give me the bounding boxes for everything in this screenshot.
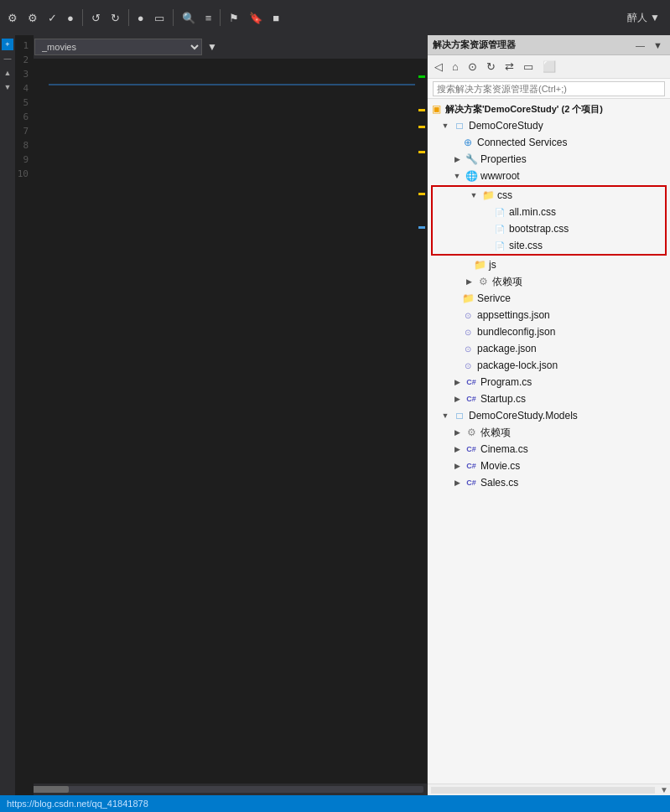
- package-json-label: package.json: [477, 343, 537, 354]
- toggle-dep2[interactable]: ▶: [451, 428, 463, 437]
- tree-item-solution[interactable]: ▣ 解决方案'DemoCoreStudy' (2 个项目): [428, 101, 670, 117]
- toolbar-btn-check[interactable]: ✓: [44, 10, 61, 26]
- site-css-icon: 📄: [493, 239, 506, 252]
- tree-item-package-json[interactable]: ⊙ package.json: [428, 340, 670, 357]
- se-scroll-down-btn[interactable]: ▼: [658, 784, 670, 796]
- vt-btn-active[interactable]: +: [2, 39, 13, 50]
- toolbar-sep-3: [173, 9, 174, 26]
- startup-cs-label: Startup.cs: [480, 393, 526, 405]
- sales-cs-icon: C#: [465, 476, 478, 489]
- startup-cs-icon: C#: [465, 392, 478, 406]
- toggle-cinema-cs[interactable]: ▶: [451, 445, 463, 453]
- vt-btn-2[interactable]: ▲: [2, 67, 13, 79]
- selection-indicator: [49, 84, 415, 85]
- toolbar-btn-flag[interactable]: ⚑: [225, 10, 243, 26]
- se-hscrollbar[interactable]: [431, 787, 655, 794]
- toolbar-btn-dot[interactable]: ●: [133, 10, 148, 26]
- toolbar-btn-2[interactable]: ⚙: [23, 10, 42, 26]
- properties-icon: 🔧: [465, 153, 478, 166]
- toolbar-btn-menu[interactable]: ≡: [201, 10, 216, 26]
- js-folder-icon: 📁: [473, 258, 486, 272]
- tree-item-sales-cs[interactable]: ▶ C# Sales.cs: [428, 474, 670, 491]
- tree-item-cinema-cs[interactable]: ▶ C# Cinema.cs: [428, 441, 670, 458]
- vt-btn-3[interactable]: ▼: [2, 81, 13, 93]
- tree-item-wwwroot[interactable]: ▼ 🌐 wwwroot: [428, 168, 670, 184]
- dep1-icon: ⚙: [476, 275, 490, 288]
- tree-item-serivce[interactable]: 📁 Serivce: [428, 290, 670, 307]
- appsettings-icon: ⊙: [461, 308, 475, 322]
- se-tb-copy[interactable]: ⬜: [539, 59, 559, 75]
- h-scrollbar[interactable]: [18, 786, 423, 793]
- se-pin-btn[interactable]: —: [633, 39, 647, 51]
- line-3: 3: [15, 67, 29, 81]
- toggle-sales-cs[interactable]: ▶: [451, 478, 463, 487]
- editor-area: 1 2 3 4 5 6 7 8 9 10: [15, 59, 427, 784]
- toggle-css[interactable]: ▼: [468, 191, 480, 199]
- toolbar-btn-1[interactable]: ⚙: [3, 10, 22, 26]
- tree-item-dep2[interactable]: ▶ ⚙ 依赖项: [428, 424, 670, 441]
- scroll-mark-1: [418, 109, 425, 111]
- tree-item-bundleconfig[interactable]: ⊙ bundleconfig.json: [428, 323, 670, 340]
- toolbar-btn-run[interactable]: ●: [63, 10, 78, 26]
- tree-item-site-css[interactable]: 📄 site.css: [433, 237, 665, 254]
- line-5: 5: [15, 96, 29, 110]
- solution-icon: ▣: [429, 102, 443, 116]
- toggle-project1[interactable]: ▼: [439, 122, 451, 130]
- se-tb-filter[interactable]: ▭: [520, 59, 537, 75]
- program-cs-icon: C#: [465, 375, 478, 389]
- solution-label: 解决方案'DemoCoreStudy' (2 个项目): [445, 103, 603, 116]
- toolbar-btn-rect[interactable]: ▭: [150, 10, 169, 26]
- toolbar-btn-undo[interactable]: ↺: [87, 10, 105, 26]
- tree-item-dep1[interactable]: ▶ ⚙ 依赖项: [428, 273, 670, 290]
- toolbar-sep-2: [128, 9, 129, 26]
- se-close-btn[interactable]: ▼: [651, 39, 665, 51]
- cinema-cs-label: Cinema.cs: [480, 443, 528, 455]
- scroll-mark-3: [418, 151, 425, 153]
- toggle-dep1[interactable]: ▶: [463, 277, 475, 286]
- line-numbers: 1 2 3 4 5 6 7 8 9 10: [15, 59, 34, 784]
- tree-item-all-min-css[interactable]: 📄 all.min.css: [433, 204, 665, 220]
- toggle-properties[interactable]: ▶: [451, 155, 463, 163]
- lt-btn-dropdown[interactable]: ▼: [204, 39, 221, 54]
- line-2: 2: [15, 59, 29, 67]
- tree-item-project2[interactable]: ▼ □ DemoCoreStudy.Models: [428, 407, 670, 424]
- toolbar-btn-bookmark[interactable]: 🔖: [245, 10, 267, 26]
- se-tb-back[interactable]: ◁: [431, 59, 446, 75]
- toolbar-btn-stop[interactable]: ■: [268, 10, 283, 26]
- se-tb-sync[interactable]: ⊙: [465, 59, 480, 75]
- se-tb-home[interactable]: ⌂: [449, 59, 462, 75]
- css-folder-label: css: [497, 189, 512, 201]
- user-label: 醉人 ▼: [627, 11, 667, 25]
- scroll-gutter: [415, 59, 427, 784]
- se-search-bar: [428, 79, 670, 99]
- tree-item-bootstrap-css[interactable]: 📄 bootstrap.css: [433, 220, 665, 237]
- toggle-project2[interactable]: ▼: [439, 411, 451, 420]
- tree-item-properties[interactable]: ▶ 🔧 Properties: [428, 151, 670, 168]
- tree-item-appsettings[interactable]: ⊙ appsettings.json: [428, 307, 670, 323]
- css-folder-icon: 📁: [481, 189, 495, 202]
- toolbar-btn-search[interactable]: 🔍: [178, 10, 200, 26]
- scroll-mark-2: [418, 126, 425, 128]
- toggle-movie-cs[interactable]: ▶: [451, 462, 463, 470]
- toolbar-btn-redo[interactable]: ↻: [106, 10, 124, 26]
- se-search-input[interactable]: [433, 81, 665, 96]
- tree-item-connected[interactable]: ⊕ Connected Services: [428, 134, 670, 151]
- dropdown-movies[interactable]: _movies: [34, 39, 202, 55]
- tree-item-program-cs[interactable]: ▶ C# Program.cs: [428, 374, 670, 390]
- toggle-wwwroot[interactable]: ▼: [451, 172, 463, 180]
- bottom-bar: https://blog.csdn.net/qq_41841878: [0, 795, 670, 812]
- editor-text-area[interactable]: [49, 59, 427, 784]
- tree-item-project1[interactable]: ▼ □ DemoCoreStudy: [428, 117, 670, 134]
- css-highlight-box: ▼ 📁 css 📄 all.min.css 📄 bootstrap.css: [431, 185, 667, 256]
- tree-item-package-lock[interactable]: ⊙ package-lock.json: [428, 357, 670, 374]
- tree-item-movie-cs[interactable]: ▶ C# Movie.cs: [428, 458, 670, 474]
- se-tb-refresh[interactable]: ↻: [483, 59, 499, 75]
- dep2-label: 依赖项: [480, 426, 511, 440]
- toggle-startup-cs[interactable]: ▶: [451, 395, 463, 403]
- vt-btn-1[interactable]: —: [2, 53, 13, 65]
- tree-item-css-folder[interactable]: ▼ 📁 css: [433, 187, 665, 204]
- toggle-program-cs[interactable]: ▶: [451, 378, 463, 386]
- tree-item-startup-cs[interactable]: ▶ C# Startup.cs: [428, 390, 670, 407]
- se-tb-sync2[interactable]: ⇄: [501, 59, 517, 75]
- tree-item-js-folder[interactable]: 📁 js: [428, 256, 670, 273]
